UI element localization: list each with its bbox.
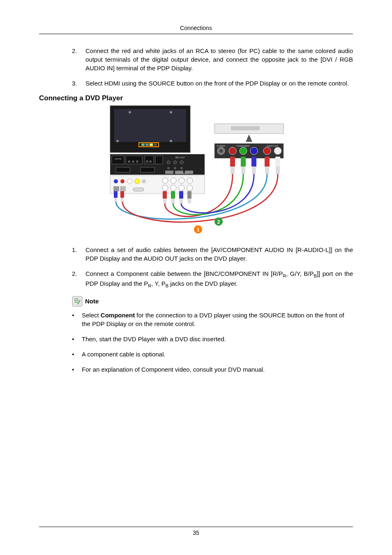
svg-point-18: [250, 147, 258, 155]
bullet-dot: •: [72, 335, 74, 343]
svg-point-49: [167, 167, 170, 169]
svg-point-61: [127, 179, 132, 184]
step-text: Select HDMI using the SOURCE button on t…: [85, 79, 353, 88]
svg-text:BNC OUT: BNC OUT: [175, 156, 185, 159]
svg-rect-9: [150, 143, 153, 146]
svg-rect-30: [265, 157, 270, 166]
svg-rect-83: [114, 191, 118, 198]
svg-point-43: [149, 160, 152, 163]
svg-point-17: [240, 147, 247, 155]
step-text: Connect the red and white jacks of an RC…: [85, 46, 353, 72]
svg-rect-35: [112, 156, 124, 164]
svg-point-2: [129, 111, 131, 113]
svg-point-16: [229, 147, 236, 155]
svg-text:DVI/RGB: DVI/RGB: [115, 158, 122, 160]
svg-rect-1: [114, 109, 186, 142]
note-label: Note: [85, 298, 99, 305]
svg-text:S-VIDEO: S-VIDEO: [217, 145, 226, 147]
step-item: 3. Select HDMI using the SOURCE button o…: [72, 79, 353, 88]
step-text: Connect a Component cable between the [B…: [85, 269, 353, 289]
svg-point-40: [136, 160, 138, 163]
note-item: • Then, start the DVD Player with a DVD …: [72, 335, 353, 343]
svg-rect-52: [116, 167, 130, 172]
step-text: Connect a set of audio cables between th…: [85, 245, 353, 263]
svg-point-71: [187, 185, 193, 191]
svg-rect-37: [126, 156, 142, 164]
svg-point-39: [132, 160, 134, 163]
section-title: Connecting a DVD Player: [39, 94, 353, 102]
svg-rect-79: [179, 191, 183, 199]
svg-point-66: [179, 178, 184, 183]
svg-point-68: [162, 185, 168, 191]
svg-point-63: [142, 179, 146, 183]
step-item: 2. Connect a Component cable between the…: [72, 269, 353, 289]
svg-rect-74: [133, 188, 144, 191]
svg-point-38: [128, 160, 130, 163]
plug-red: [230, 157, 235, 174]
svg-point-67: [187, 178, 193, 183]
svg-point-64: [162, 178, 168, 183]
svg-rect-81: [187, 191, 191, 199]
connection-diagram: S-VIDEO COMPONENT AUDIO OUT DVI/RGB: [39, 105, 353, 238]
plug-red2: [265, 157, 270, 174]
note-item: • For an explanation of Component video,…: [72, 365, 353, 374]
svg-point-70: [179, 185, 184, 191]
svg-rect-8: [145, 143, 149, 146]
svg-rect-53: [141, 167, 154, 172]
svg-text:COMPONENT: COMPONENT: [237, 145, 250, 147]
svg-point-50: [174, 167, 176, 169]
svg-rect-26: [241, 157, 246, 166]
svg-point-69: [171, 185, 176, 191]
note-text: Then, start the DVD Player with a DVD di…: [82, 335, 353, 343]
svg-rect-91: [72, 296, 82, 306]
svg-point-46: [167, 161, 170, 164]
note-item: • Select Component for the connection to…: [72, 311, 353, 328]
svg-rect-44: [155, 156, 163, 164]
step-number: 2.: [72, 46, 85, 72]
svg-rect-27: [241, 166, 245, 174]
bullet-dot: •: [72, 311, 74, 328]
svg-rect-72: [113, 186, 119, 191]
svg-rect-32: [275, 157, 280, 166]
svg-rect-73: [120, 186, 126, 191]
svg-rect-80: [180, 199, 183, 204]
page-header: Connections: [39, 25, 353, 34]
svg-rect-76: [163, 199, 166, 204]
svg-point-4: [116, 140, 119, 142]
svg-point-48: [180, 161, 183, 164]
svg-point-3: [170, 111, 172, 113]
svg-point-59: [114, 179, 118, 183]
svg-rect-33: [276, 166, 280, 174]
svg-point-20: [274, 147, 281, 155]
plug-blue: [251, 157, 256, 174]
svg-rect-85: [120, 191, 124, 198]
svg-text:2: 2: [217, 219, 220, 225]
svg-rect-7: [141, 143, 145, 146]
svg-point-15: [219, 149, 223, 153]
svg-rect-10: [154, 143, 157, 146]
svg-point-19: [263, 147, 271, 155]
svg-rect-82: [188, 199, 191, 204]
page-number: 35: [39, 527, 353, 536]
svg-rect-86: [121, 198, 124, 202]
note-text: Select Component for the connection to a…: [82, 311, 353, 328]
svg-rect-28: [251, 157, 256, 166]
svg-point-47: [173, 161, 177, 164]
svg-point-42: [146, 160, 148, 163]
bullet-dot: •: [72, 365, 74, 374]
note-text: A component cable is optional.: [82, 350, 353, 358]
step-number: 3.: [72, 79, 85, 88]
svg-rect-12: [231, 126, 260, 130]
svg-text:COMPONENT IN: COMPONENT IN: [175, 172, 188, 174]
svg-text:1: 1: [197, 227, 200, 233]
plug-green: [241, 157, 246, 174]
svg-rect-31: [265, 166, 269, 174]
note-item: • A component cable is optional.: [72, 350, 353, 358]
svg-point-62: [135, 179, 140, 184]
step-item: 2. Connect the red and white jacks of an…: [72, 46, 353, 72]
note-icon: [72, 296, 83, 307]
step-number: 1.: [72, 245, 85, 263]
svg-point-51: [180, 167, 183, 169]
note-text: For an explanation of Component video, c…: [82, 365, 353, 374]
svg-rect-84: [114, 198, 117, 202]
